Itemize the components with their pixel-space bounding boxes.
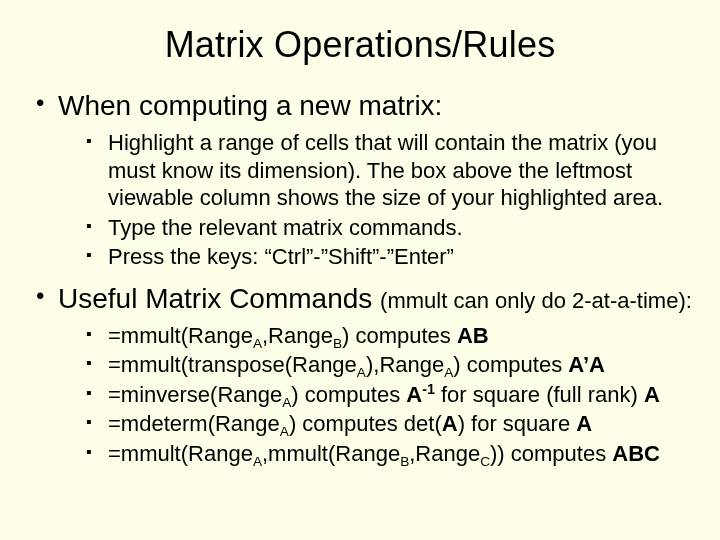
subscript: A bbox=[444, 365, 453, 380]
bold-text: A bbox=[576, 411, 592, 436]
text: ,Range bbox=[262, 323, 333, 348]
slide-title: Matrix Operations/Rules bbox=[28, 24, 692, 66]
text: ) computes det( bbox=[289, 411, 442, 436]
main-list: When computing a new matrix: Highlight a… bbox=[28, 88, 692, 467]
text: ),Range bbox=[366, 352, 444, 377]
text: ,mmult(Range bbox=[262, 441, 400, 466]
superscript: -1 bbox=[422, 380, 435, 396]
bold-text: ABC bbox=[612, 441, 660, 466]
list-item: =mmult(transpose(RangeA),RangeA) compute… bbox=[58, 351, 692, 379]
list-item: Type the relevant matrix commands. bbox=[58, 214, 692, 242]
bold-text: A bbox=[442, 411, 458, 436]
text: for square (full rank) bbox=[435, 382, 644, 407]
text: =mmult(Range bbox=[108, 323, 253, 348]
list-item: =minverse(RangeA) computes A-1 for squar… bbox=[58, 381, 692, 409]
subscript: A bbox=[253, 454, 262, 469]
section-useful-commands: Useful Matrix Commands (mmult can only d… bbox=[28, 281, 692, 468]
text: =minverse(Range bbox=[108, 382, 282, 407]
subscript: A bbox=[280, 424, 289, 439]
text: =mdeterm(Range bbox=[108, 411, 280, 436]
commands-sublist: =mmult(RangeA,RangeB) computes AB =mmult… bbox=[58, 322, 692, 468]
subscript: B bbox=[333, 336, 342, 351]
text: =mmult(transpose(Range bbox=[108, 352, 357, 377]
subscript: C bbox=[480, 454, 490, 469]
text: )) computes bbox=[490, 441, 612, 466]
bold-text: A bbox=[406, 382, 422, 407]
bold-text: A bbox=[644, 382, 660, 407]
text: ) computes bbox=[453, 352, 568, 377]
text: =mmult(Range bbox=[108, 441, 253, 466]
section-computing: When computing a new matrix: Highlight a… bbox=[28, 88, 692, 271]
subscript: B bbox=[400, 454, 409, 469]
section-heading: When computing a new matrix: bbox=[58, 90, 442, 121]
bold-text: AB bbox=[457, 323, 489, 348]
text: ) for square bbox=[458, 411, 577, 436]
subscript: A bbox=[357, 365, 366, 380]
computing-sublist: Highlight a range of cells that will con… bbox=[58, 129, 692, 271]
list-item: Press the keys: “Ctrl”-”Shift”-”Enter” bbox=[58, 243, 692, 271]
subscript: A bbox=[253, 336, 262, 351]
list-item: =mmult(RangeA,mmult(RangeB,RangeC)) comp… bbox=[58, 440, 692, 468]
list-item: =mdeterm(RangeA) computes det(A) for squ… bbox=[58, 410, 692, 438]
section-heading: Useful Matrix Commands bbox=[58, 283, 372, 314]
list-item: =mmult(RangeA,RangeB) computes AB bbox=[58, 322, 692, 350]
subscript: A bbox=[282, 395, 291, 410]
slide: Matrix Operations/Rules When computing a… bbox=[0, 0, 720, 540]
bold-text: A’A bbox=[568, 352, 605, 377]
text: ) computes bbox=[342, 323, 457, 348]
list-item: Highlight a range of cells that will con… bbox=[58, 129, 692, 212]
section-paren: (mmult can only do 2-at-a-time): bbox=[380, 288, 692, 313]
text: ,Range bbox=[409, 441, 480, 466]
bold-text: -1 bbox=[422, 382, 435, 407]
text: ) computes bbox=[291, 382, 406, 407]
